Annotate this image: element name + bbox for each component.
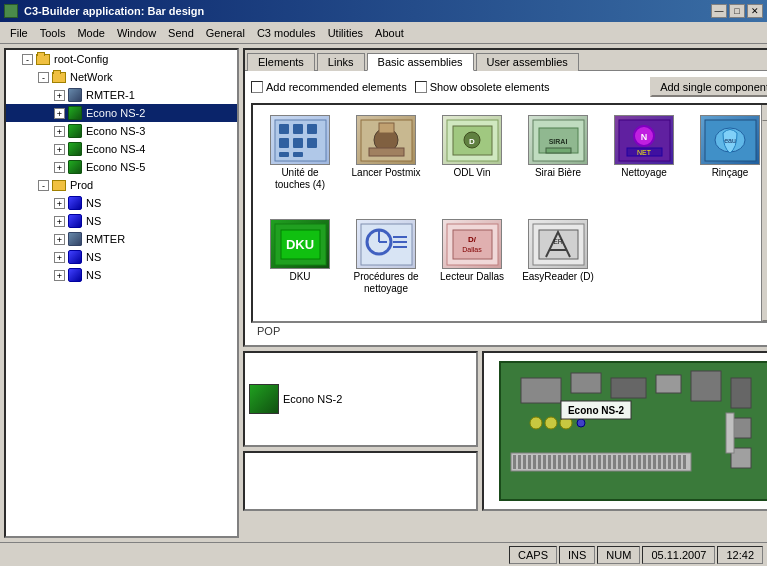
- menu-general[interactable]: General: [200, 25, 251, 41]
- tree-item-econo-ns5[interactable]: + Econo NS-5: [6, 158, 237, 176]
- thumb-lancer-svg: [359, 118, 414, 163]
- tab-basic-assemblies[interactable]: Basic assemblies: [367, 53, 474, 71]
- tab-user-assemblies[interactable]: User assemblies: [476, 53, 579, 71]
- scrollbar-vertical[interactable]: ▲ ▼: [761, 105, 767, 321]
- tree-item-econo-ns3[interactable]: + Econo NS-3: [6, 122, 237, 140]
- tab-toolbar: Add recommended elements Show obsolete e…: [251, 77, 767, 97]
- tree-item-rmter[interactable]: + RMTER: [6, 230, 237, 248]
- component-label-dku: DKU: [289, 271, 310, 283]
- scroll-track[interactable]: [762, 121, 767, 305]
- window-title: C3-Builder application: Bar design: [24, 5, 204, 17]
- svg-rect-4: [279, 138, 289, 148]
- component-lancer[interactable]: Lancer Postmix: [345, 111, 427, 211]
- tree-panel[interactable]: - root-Config - NetWork + RMTER-1 +: [4, 48, 239, 538]
- title-buttons: — □ ✕: [711, 4, 763, 18]
- component-dku[interactable]: DKU DKU: [259, 215, 341, 315]
- thumb-easyreader: ER: [528, 219, 588, 269]
- component-grid-wrapper: Unité de touches (4): [251, 103, 767, 323]
- expander-ns3[interactable]: +: [54, 252, 65, 263]
- tree-item-econo-ns2[interactable]: + Econo NS-2: [6, 104, 237, 122]
- expander-econo-ns4[interactable]: +: [54, 144, 65, 155]
- maximize-button[interactable]: □: [729, 4, 745, 18]
- board-image: Econo NS-2: [499, 361, 767, 501]
- checkbox-obsolete[interactable]: Show obsolete elements: [415, 81, 550, 93]
- tree-item-econo-ns4[interactable]: + Econo NS-4: [6, 140, 237, 158]
- svg-text:eau: eau: [724, 137, 736, 144]
- svg-rect-6: [307, 138, 317, 148]
- detail-panel: [243, 451, 478, 511]
- expander-ns4[interactable]: +: [54, 270, 65, 281]
- status-ins: INS: [559, 546, 595, 564]
- tree-item-ns3[interactable]: + NS: [6, 248, 237, 266]
- menu-window[interactable]: Window: [111, 25, 162, 41]
- expander-econo-ns3[interactable]: +: [54, 126, 65, 137]
- menu-c3modules[interactable]: C3 modules: [251, 25, 322, 41]
- component-rincage[interactable]: eau Rinçage: [689, 111, 767, 211]
- tree-item-network[interactable]: - NetWork: [6, 68, 237, 86]
- menu-utilities[interactable]: Utilities: [322, 25, 369, 41]
- expander-econo-ns2[interactable]: +: [54, 108, 65, 119]
- component-nettoyage[interactable]: N NET Nettoyage: [603, 111, 685, 211]
- status-num: NUM: [597, 546, 640, 564]
- component-label-lecteur: Lecteur Dallas: [440, 271, 504, 283]
- econo-preview: Econo NS-2: [243, 351, 478, 447]
- tree-item-ns1[interactable]: + NS: [6, 194, 237, 212]
- tree-label-ns3: NS: [86, 251, 101, 263]
- expander-prod[interactable]: -: [38, 180, 49, 191]
- thumb-lancer: [356, 115, 416, 165]
- thumb-procedures: [356, 219, 416, 269]
- minimize-button[interactable]: —: [711, 4, 727, 18]
- menu-send[interactable]: Send: [162, 25, 200, 41]
- menu-about[interactable]: About: [369, 25, 410, 41]
- thumb-rincage-svg: eau: [703, 118, 758, 163]
- tab-elements[interactable]: Elements: [247, 53, 315, 71]
- thumb-dku-svg: DKU: [273, 222, 328, 267]
- component-easyreader[interactable]: ER EasyReader (D): [517, 215, 599, 315]
- svg-rect-84: [643, 455, 646, 469]
- checkbox-recommended-box[interactable]: [251, 81, 263, 93]
- expander-rmter1[interactable]: +: [54, 90, 65, 101]
- bottom-panels: Econo NS-2: [243, 351, 767, 511]
- component-sirai[interactable]: SIRAI Sirai Bière: [517, 111, 599, 211]
- expander-ns2[interactable]: +: [54, 216, 65, 227]
- menu-tools[interactable]: Tools: [34, 25, 72, 41]
- econo-icon-ns2: [67, 105, 83, 121]
- expander-ns1[interactable]: +: [54, 198, 65, 209]
- svg-rect-80: [623, 455, 626, 469]
- tree-item-prod[interactable]: - Prod: [6, 176, 237, 194]
- svg-rect-98: [726, 413, 734, 453]
- checkbox-recommended[interactable]: Add recommended elements: [251, 81, 407, 93]
- scroll-down-button[interactable]: ▼: [762, 305, 767, 321]
- expander-root[interactable]: -: [22, 54, 33, 65]
- menu-file[interactable]: File: [4, 25, 34, 41]
- thumb-sirai: SIRAI: [528, 115, 588, 165]
- svg-rect-51: [656, 375, 681, 393]
- thumb-rincage: eau: [700, 115, 760, 165]
- component-odl[interactable]: D ODL Vin: [431, 111, 513, 211]
- tree-item-ns4[interactable]: + NS: [6, 266, 237, 284]
- svg-rect-49: [571, 373, 601, 393]
- svg-rect-59: [518, 455, 521, 469]
- tree-item-ns2[interactable]: + NS: [6, 212, 237, 230]
- add-single-component-button[interactable]: Add single component: [650, 77, 767, 97]
- rmter-icon-1: [67, 87, 83, 103]
- expander-network[interactable]: -: [38, 72, 49, 83]
- tab-links[interactable]: Links: [317, 53, 365, 71]
- thumb-easyreader-svg: ER: [531, 222, 586, 267]
- close-button[interactable]: ✕: [747, 4, 763, 18]
- svg-rect-62: [533, 455, 536, 469]
- tree-item-rmter1[interactable]: + RMTER-1: [6, 86, 237, 104]
- expander-econo-ns5[interactable]: +: [54, 162, 65, 173]
- svg-rect-70: [573, 455, 576, 469]
- scroll-up-button[interactable]: ▲: [762, 105, 767, 121]
- checkbox-obsolete-box[interactable]: [415, 81, 427, 93]
- component-unite[interactable]: Unité de touches (4): [259, 111, 341, 211]
- svg-text:SIRAI: SIRAI: [548, 138, 567, 145]
- component-lecteur[interactable]: D/ Dallas Lecteur Dallas: [431, 215, 513, 315]
- expander-rmter[interactable]: +: [54, 234, 65, 245]
- tree-label-rmter: RMTER: [86, 233, 125, 245]
- tree-item-root[interactable]: - root-Config: [6, 50, 237, 68]
- menu-mode[interactable]: Mode: [71, 25, 111, 41]
- component-procedures[interactable]: Procédures de nettoyage: [345, 215, 427, 315]
- tree-label-econo-ns3: Econo NS-3: [86, 125, 145, 137]
